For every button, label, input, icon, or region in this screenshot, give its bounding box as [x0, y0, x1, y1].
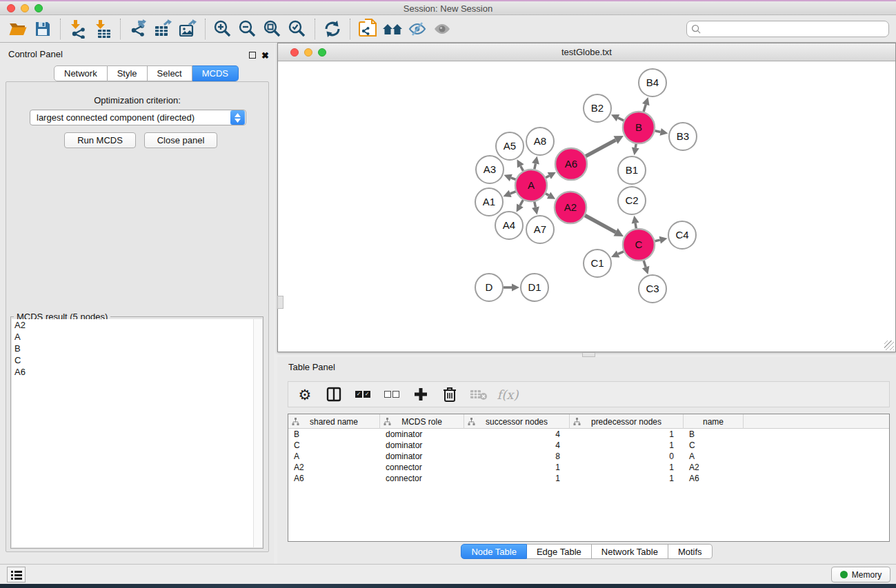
import-table-icon[interactable]: [90, 17, 115, 41]
network-graph-canvas[interactable]: B4B2BB3A5A8A6A3B1AC2A1A2A4A7CC4C1C3DD1: [278, 61, 894, 352]
table-cell[interactable]: A6: [288, 473, 380, 484]
graph-edge-B-B3[interactable]: [655, 128, 668, 136]
graph-edge-B-B2[interactable]: [611, 114, 624, 121]
table-cell[interactable]: 4: [464, 429, 570, 440]
graph-node-C4[interactable]: C4: [668, 221, 696, 249]
graph-node-A1[interactable]: A1: [475, 188, 503, 216]
tab-motifs[interactable]: Motifs: [668, 544, 713, 559]
table-cell[interactable]: dominator: [380, 451, 464, 462]
zoom-selected-icon[interactable]: [285, 17, 310, 41]
float-panel-icon[interactable]: [249, 49, 258, 58]
graph-edge-A-A4[interactable]: [517, 200, 524, 212]
result-list-item[interactable]: A2: [12, 319, 253, 331]
export-network-icon[interactable]: [126, 17, 150, 41]
graph-node-A6[interactable]: A6: [555, 148, 587, 180]
table-cell[interactable]: B: [684, 429, 744, 440]
column-header-name[interactable]: name: [684, 414, 744, 429]
splitter-grip-horizontal[interactable]: [582, 352, 595, 357]
column-header-MCDS-role[interactable]: MCDS role: [380, 414, 464, 429]
table-cell[interactable]: A2: [684, 462, 744, 473]
graph-node-C3[interactable]: C3: [639, 275, 666, 303]
close-panel-icon[interactable]: ✖: [261, 49, 270, 58]
column-header-successor-nodes[interactable]: successor nodes: [464, 414, 570, 429]
graph-edge-A6-B[interactable]: [586, 136, 624, 156]
table-cell[interactable]: 1: [570, 462, 684, 473]
splitter-grip-vertical[interactable]: [277, 296, 283, 309]
graph-node-B3[interactable]: B3: [669, 123, 697, 150]
result-list-item[interactable]: C: [12, 354, 253, 366]
close-panel-button[interactable]: Close panel: [144, 132, 217, 148]
export-image-icon[interactable]: [175, 17, 200, 41]
table-cell[interactable]: connector: [380, 473, 464, 484]
graph-node-B1[interactable]: B1: [618, 156, 646, 184]
result-list-scrollbar[interactable]: [253, 319, 262, 547]
tab-style[interactable]: Style: [108, 65, 148, 81]
graph-node-B4[interactable]: B4: [639, 69, 666, 97]
graph-edge-B-B1[interactable]: [632, 144, 639, 156]
delete-column-trash-icon[interactable]: [440, 385, 459, 404]
table-row[interactable]: Cdominator41C: [288, 440, 889, 451]
graph-edge-A2-C[interactable]: [585, 215, 624, 236]
graph-node-D[interactable]: D: [475, 274, 503, 301]
graph-edge-B-B4[interactable]: [642, 97, 650, 112]
table-cell[interactable]: 4: [464, 440, 570, 451]
table-row[interactable]: Bdominator41B: [288, 429, 889, 440]
graph-node-B2[interactable]: B2: [584, 94, 611, 122]
graph-edge-C-C3[interactable]: [642, 261, 649, 274]
table-cell[interactable]: 1: [464, 473, 570, 484]
result-list-item[interactable]: A6: [12, 366, 253, 378]
criterion-dropdown[interactable]: largest connected component (directed): [30, 110, 246, 125]
reset-view-home-icon[interactable]: [380, 17, 405, 41]
zoom-fit-icon[interactable]: [260, 17, 285, 41]
save-session-icon[interactable]: [30, 17, 55, 41]
table-cell[interactable]: B: [288, 429, 380, 440]
search-field[interactable]: [686, 21, 889, 37]
tab-select[interactable]: Select: [148, 65, 192, 81]
show-graphics-details-icon[interactable]: [430, 17, 455, 41]
panel-list-icon[interactable]: [7, 567, 26, 582]
clone-network-icon[interactable]: [355, 17, 380, 41]
graph-edge-A-A7[interactable]: [532, 202, 539, 215]
graph-node-A4[interactable]: A4: [495, 212, 523, 239]
result-list-item[interactable]: B: [12, 343, 253, 354]
table-cell[interactable]: C: [288, 440, 380, 451]
table-cell[interactable]: A6: [684, 473, 744, 484]
graph-edge-A-A8[interactable]: [532, 156, 539, 170]
graph-edge-A-A6[interactable]: [546, 172, 556, 179]
export-table-icon[interactable]: [150, 17, 175, 41]
graph-edge-A-A5[interactable]: [517, 159, 524, 171]
table-cell[interactable]: 1: [570, 429, 684, 440]
tab-network[interactable]: Network: [54, 65, 108, 81]
zoom-out-icon[interactable]: [235, 17, 260, 41]
table-cell[interactable]: 1: [570, 473, 684, 484]
graph-edge-A-A2[interactable]: [546, 192, 555, 199]
graph-node-C1[interactable]: C1: [584, 250, 611, 277]
hide-graphics-details-icon[interactable]: [405, 17, 430, 41]
graph-node-A7[interactable]: A7: [526, 216, 554, 243]
table-cell[interactable]: 1: [570, 440, 684, 451]
graph-node-A3[interactable]: A3: [476, 156, 504, 183]
result-list-item[interactable]: A: [12, 331, 253, 343]
tab-node-table[interactable]: Node Table: [461, 544, 527, 559]
table-cell[interactable]: 8: [464, 451, 570, 462]
graph-edge-C-C1[interactable]: [611, 250, 624, 257]
table-cell[interactable]: A2: [288, 462, 380, 473]
table-cell[interactable]: dominator: [380, 429, 464, 440]
table-cell[interactable]: dominator: [380, 440, 464, 451]
table-cell[interactable]: 0: [570, 451, 684, 462]
table-cell[interactable]: A: [684, 451, 744, 462]
graph-edge-A-A1[interactable]: [503, 190, 515, 197]
tab-mcds[interactable]: MCDS: [192, 65, 239, 81]
settings-gear-icon[interactable]: ⚙: [295, 385, 315, 404]
column-header-shared-name[interactable]: shared name: [288, 414, 380, 429]
tab-edge-table[interactable]: Edge Table: [527, 544, 592, 559]
import-network-icon[interactable]: [66, 17, 90, 41]
graph-node-C[interactable]: C: [623, 229, 655, 261]
zoom-in-icon[interactable]: [210, 17, 235, 41]
add-column-icon[interactable]: [411, 385, 430, 404]
table-row[interactable]: Adominator80A: [288, 451, 889, 462]
tab-network-table[interactable]: Network Table: [592, 544, 668, 559]
open-session-icon[interactable]: [6, 17, 30, 41]
column-layout-icon[interactable]: [324, 385, 344, 404]
graph-node-A8[interactable]: A8: [526, 128, 554, 155]
